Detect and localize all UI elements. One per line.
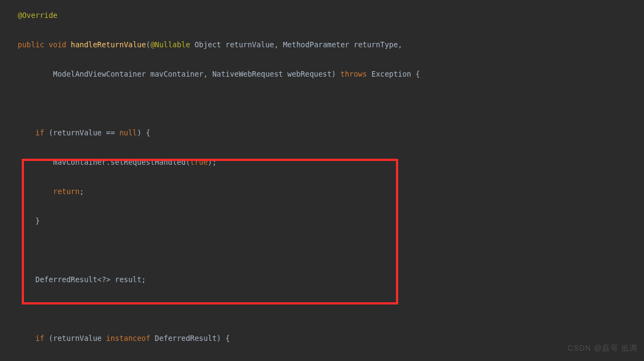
code-line: [0, 243, 644, 258]
code-line: }: [0, 214, 644, 228]
code-line: public void handleReturnValue(@Nullable …: [0, 38, 644, 52]
code-editor: @Override public void handleReturnValue(…: [0, 8, 644, 361]
annotation: @Override: [18, 11, 58, 20]
watermark-text: CSDN @磊哥 低调: [567, 341, 637, 356]
code-line: @Override: [0, 8, 644, 23]
code-line: if (returnValue instanceof DeferredResul…: [0, 331, 644, 346]
code-line: DeferredResult<?> result;: [0, 272, 644, 287]
code-line: mavContainer.setRequestHandled(true);: [0, 155, 644, 170]
code-line: [0, 96, 644, 111]
code-line: if (returnValue == null) {: [0, 126, 644, 140]
code-line: return;: [0, 184, 644, 199]
code-line: [0, 302, 644, 316]
code-line: ModelAndViewContainer mavContainer, Nati…: [0, 67, 644, 82]
